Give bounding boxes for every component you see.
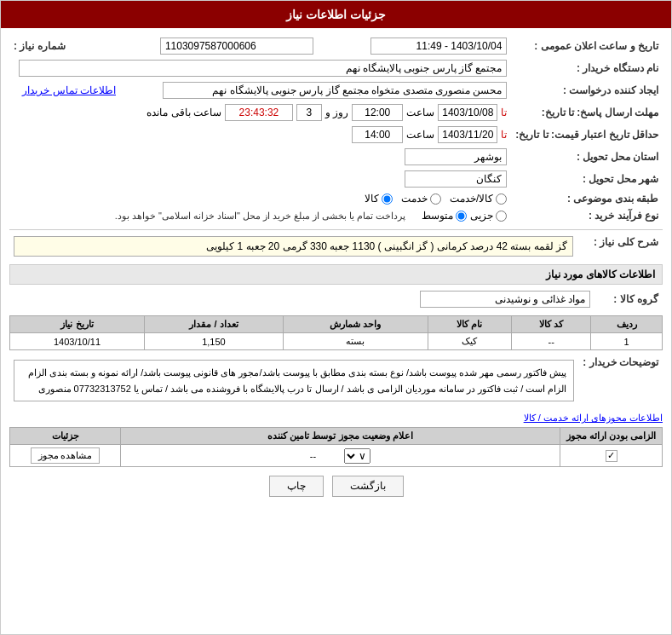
- notes-label: توضیحات خریدار :: [578, 354, 663, 407]
- footer-buttons: بازگشت چاپ: [9, 476, 663, 497]
- purchase-type-motosat[interactable]: متوسط: [422, 210, 467, 222]
- row-creator: ایجاد کننده درخواست : محسن منصوری متصدی …: [9, 79, 663, 101]
- print-button[interactable]: چاپ: [269, 476, 324, 497]
- col-date: تاریخ نیاز: [10, 316, 145, 333]
- buyer-value: مجتمع گاز پارس جنوبی پالایشگاه نهم: [19, 60, 508, 77]
- category-option-kala[interactable]: کالا: [365, 193, 393, 205]
- buyer-label: نام دستگاه خریدار :: [511, 57, 663, 79]
- goods-link[interactable]: اطلاعات مجوزهای ارائه خدمت / کالا: [9, 413, 663, 424]
- mandatory-table: الزامی بودن ارائه مجوز اعلام وضعیت مجوز …: [9, 427, 663, 467]
- row-goods-group: گروه کالا : مواد غذائی و نوشیدنی: [9, 288, 663, 310]
- province-value: بوشهر: [405, 148, 507, 165]
- col-supplier-status: اعلام وضعیت مجوز توسط تامین کننده: [121, 428, 560, 445]
- cell-code: --: [511, 333, 590, 350]
- page-title: جزئیات اطلاعات نیاز: [286, 8, 386, 21]
- notes-value: پیش فاکتور رسمی مهر شده پیوست باشد/ نوع …: [14, 360, 574, 401]
- row-purchase-type: نوع فرآیند خرید : جزیی متوسط پرداخت تمام…: [9, 207, 663, 224]
- bottom-table-row: ✓ ∨ -- مشاهده مجوز: [10, 445, 663, 467]
- row-min-validity: حداقل تاریخ اعتبار قیمت: تا تاریخ: تا 14…: [9, 124, 663, 146]
- category-option-khedmat[interactable]: خدمت: [401, 193, 441, 205]
- view-btn[interactable]: مشاهده مجوز: [31, 447, 101, 464]
- row-category: طبقه بندی موضوعی : کالا/خدمت خدمت کالا: [9, 190, 663, 207]
- purchase-note: پرداخت تمام یا بخشی از مبلغ خرید از محل …: [115, 211, 406, 222]
- need-summary-table: شرح کلی نیاز : گز لقمه بسته 42 درصد کرما…: [9, 234, 663, 259]
- col-code: کد کالا: [511, 316, 590, 333]
- purchase-type-jozii[interactable]: جزیی: [470, 210, 507, 222]
- response-prefix: تا: [501, 107, 507, 118]
- creator-link[interactable]: اطلاعات تماس خریدار: [22, 84, 116, 96]
- goods-section-header: اطلاعات کالاهای مورد نیاز: [9, 264, 663, 285]
- page-header: جزئیات اطلاعات نیاز: [1, 1, 671, 28]
- category-option-kala-khedmat[interactable]: کالا/خدمت: [450, 193, 507, 205]
- cell-unit: بسته: [283, 333, 428, 350]
- col-qty: تعداد / مقدار: [144, 316, 283, 333]
- city-label: شهر محل تحویل :: [511, 168, 663, 190]
- cell-date: 1403/10/11: [10, 333, 145, 350]
- category-label: طبقه بندی موضوعی :: [511, 190, 663, 207]
- response-deadline-label: مهلت ارسال پاسخ: تا تاریخ:: [511, 101, 663, 124]
- col-radif: ردیف: [591, 316, 663, 333]
- col-name: نام کالا: [428, 316, 511, 333]
- col-unit: واحد شمارش: [283, 316, 428, 333]
- goods-group-table: گروه کالا : مواد غذائی و نوشیدنی: [9, 288, 663, 310]
- min-validity-time: 14:00: [352, 126, 403, 143]
- row-province: استان محل تحویل : بوشهر: [9, 146, 663, 168]
- row-need-summary: شرح کلی نیاز : گز لقمه بسته 42 درصد کرما…: [9, 234, 663, 259]
- min-validity-date: 1403/11/20: [438, 126, 497, 143]
- cell-name: کیک: [428, 333, 511, 350]
- goods-group-value: مواد غذائی و نوشیدنی: [420, 291, 590, 308]
- province-label: استان محل تحویل :: [511, 146, 663, 168]
- row-buyer: نام دستگاه خریدار : مجتمع گاز پارس جنوبی…: [9, 57, 663, 79]
- row-response-deadline: مهلت ارسال پاسخ: تا تاریخ: تا 1403/10/08…: [9, 101, 663, 124]
- col-details: جزئیات: [10, 428, 121, 445]
- response-day: 3: [296, 104, 322, 121]
- purchase-type-label: نوع فرآیند خرید :: [511, 207, 663, 224]
- divider-1: [9, 229, 663, 230]
- need-number-label: شماره نیاز :: [9, 35, 120, 57]
- info-table: تاریخ و ساعت اعلان عمومی : 1403/10/04 - …: [9, 35, 663, 224]
- goods-group-label: گروه کالا :: [594, 288, 663, 310]
- need-number-value: 1103097587000606: [160, 38, 313, 55]
- response-date: 1403/10/08: [438, 104, 497, 121]
- notes-table: توضیحات خریدار : پیش فاکتور رسمی مهر شده…: [9, 354, 663, 407]
- back-button[interactable]: بازگشت: [332, 476, 404, 497]
- creator-label: ایجاد کننده درخواست :: [511, 79, 663, 101]
- date-label: تاریخ و ساعت اعلان عمومی :: [511, 35, 663, 57]
- creator-value: محسن منصوری متصدی متخواه مجتمع گاز پارس …: [163, 82, 507, 99]
- supplier-status-select[interactable]: ∨: [344, 448, 370, 464]
- page-wrapper: جزئیات اطلاعات نیاز تاریخ و ساعت اعلان ع…: [0, 0, 672, 635]
- need-summary-label: شرح کلی نیاز :: [577, 234, 663, 259]
- mandatory-checkbox-cell: ✓: [560, 445, 663, 467]
- mandatory-checkbox[interactable]: ✓: [606, 450, 617, 462]
- col-mandatory: الزامی بودن ارائه مجوز: [560, 428, 663, 445]
- table-row: 1 -- کیک بسته 1,150 1403/10/11: [10, 333, 663, 350]
- min-validity-label: حداقل تاریخ اعتبار قیمت: تا تاریخ:: [511, 124, 663, 146]
- row-notes: توضیحات خریدار : پیش فاکتور رسمی مهر شده…: [9, 354, 663, 407]
- cell-qty: 1,150: [144, 333, 283, 350]
- row-city: شهر محل تحویل : کنگان: [9, 168, 663, 190]
- min-validity-prefix: تا: [501, 129, 507, 141]
- main-content: تاریخ و ساعت اعلان عمومی : 1403/10/04 - …: [1, 28, 671, 512]
- row-need-number: تاریخ و ساعت اعلان عمومی : 1403/10/04 - …: [9, 35, 663, 57]
- category-radio-group: کالا/خدمت خدمت کالا: [14, 193, 507, 205]
- date-value: 1403/10/04 - 11:49: [370, 38, 507, 55]
- city-value: کنگان: [405, 170, 507, 188]
- need-summary-value: گز لقمه بسته 42 درصد کرمانی ( گز انگبینی…: [14, 236, 573, 257]
- goods-table: ردیف کد کالا نام کالا واحد شمارش تعداد /…: [9, 315, 663, 350]
- cell-radif: 1: [591, 333, 663, 350]
- response-time-remain: 23:43:32: [225, 104, 293, 121]
- details-value: --: [310, 451, 316, 461]
- response-time: 12:00: [352, 104, 403, 121]
